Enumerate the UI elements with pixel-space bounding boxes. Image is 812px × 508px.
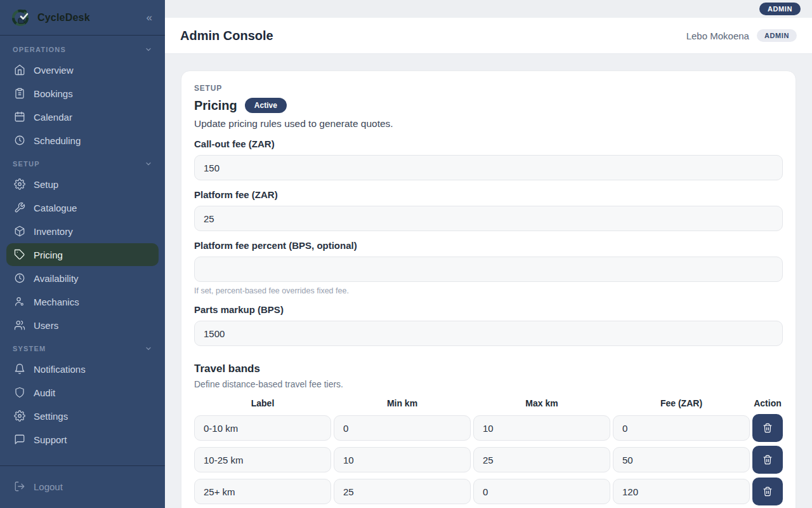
band-min-input[interactable] [334,447,471,472]
logout-button[interactable]: Logout [6,475,159,498]
band-fee-input[interactable] [613,415,750,441]
nav-label: Calendar [34,112,72,123]
sidebar: CycleDesk « OPERATIONS Overview Bookings… [0,0,165,508]
column-header-fee: Fee (ZAR) [613,398,750,410]
trash-icon [763,455,773,465]
nav-label: Audit [34,387,55,398]
nav-label: Mechanics [34,297,79,307]
band-label-input[interactable] [194,415,331,441]
nav-label: Bookings [34,88,73,99]
gear-icon [14,178,25,190]
page-title: Admin Console [180,29,273,43]
trash-icon [763,486,773,497]
sidebar-item-inventory[interactable]: Inventory [6,220,159,243]
section-label: OPERATIONS [13,46,66,53]
section-label: SETUP [13,160,40,168]
sidebar-item-overview[interactable]: Overview [6,58,159,81]
user-role-badge: ADMIN [757,29,797,42]
sidebar-item-users[interactable]: Users [6,314,159,337]
delete-band-button[interactable] [752,478,783,505]
section-label: SYSTEM [13,345,46,352]
band-min-input[interactable] [334,415,471,441]
logout-label: Logout [34,481,63,492]
sidebar-brand-row: CycleDesk « [0,0,165,36]
nav-label: Catalogue [34,203,77,213]
travel-bands-table: Label Min km Max km Fee (ZAR) Action [194,398,783,505]
column-header-label: Label [194,398,331,410]
brand-name: CycleDesk [37,12,90,23]
delete-band-button[interactable] [752,446,783,474]
section-header-system[interactable]: SYSTEM [0,337,165,357]
top-strip: ADMIN [165,0,812,18]
card-title: Pricing [194,98,237,113]
chevron-down-icon [145,160,152,168]
band-label-input[interactable] [194,479,331,504]
band-min-input[interactable] [334,479,471,504]
callout-fee-input[interactable] [194,155,783,180]
users-icon [14,319,25,331]
content-area: SETUP Pricing Active Update pricing rule… [165,54,812,508]
pricing-card: SETUP Pricing Active Update pricing rule… [181,70,796,508]
nav-label: Scheduling [34,135,81,146]
home-icon [14,64,25,76]
sidebar-nav: OPERATIONS Overview Bookings Calendar Sc… [0,36,165,465]
mechanic-user-icon [14,296,25,307]
clock-icon [14,272,25,284]
status-badge: Active [245,98,287,113]
sidebar-collapse-button[interactable]: « [144,10,155,25]
sidebar-item-support[interactable]: Support [6,428,159,451]
nav-label: Inventory [34,226,73,237]
delete-band-button[interactable] [752,414,783,442]
page-header: Admin Console Lebo Mokoena ADMIN [165,18,812,54]
nav-label: Users [34,320,58,331]
shield-icon [14,387,25,398]
travel-bands-title: Travel bands [194,363,783,375]
band-fee-input[interactable] [613,447,750,472]
section-header-operations[interactable]: OPERATIONS [0,38,165,58]
platform-fee-percent-label: Platform fee percent (BPS, optional) [194,240,783,251]
platform-fee-input[interactable] [194,206,783,231]
sidebar-footer: Logout [0,465,165,508]
nav-label: Overview [34,65,74,76]
column-header-max-km: Max km [473,398,610,410]
main-area: ADMIN Admin Console Lebo Mokoena ADMIN S… [165,0,812,508]
chevron-down-icon [145,345,152,352]
sidebar-item-setup[interactable]: Setup [6,173,159,196]
sidebar-item-settings[interactable]: Settings [6,404,159,427]
platform-fee-percent-input[interactable] [194,257,783,282]
callout-fee-label: Call-out fee (ZAR) [194,138,783,149]
nav-label: Availability [34,273,79,284]
parts-markup-label: Parts markup (BPS) [194,304,783,315]
admin-role-badge-top: ADMIN [759,3,801,15]
sidebar-item-notifications[interactable]: Notifications [6,358,159,380]
nav-label: Support [34,434,67,445]
sidebar-item-pricing[interactable]: Pricing [6,243,159,266]
sidebar-item-bookings[interactable]: Bookings [6,82,159,105]
box-icon [14,225,25,237]
band-max-input[interactable] [473,479,610,504]
nav-label: Pricing [34,250,63,260]
clock-icon [14,135,25,146]
band-max-input[interactable] [473,447,610,472]
sidebar-item-calendar[interactable]: Calendar [6,105,159,128]
sidebar-item-audit[interactable]: Audit [6,381,159,404]
calendar-icon [14,111,25,123]
section-header-setup[interactable]: SETUP [0,152,165,172]
nav-label: Settings [34,411,68,422]
parts-markup-input[interactable] [194,321,783,346]
band-max-input[interactable] [473,415,610,441]
chevron-down-icon [145,46,152,53]
user-name: Lebo Mokoena [686,30,749,41]
sidebar-item-availability[interactable]: Availability [6,267,159,290]
band-fee-input[interactable] [613,479,750,504]
gear-icon [14,410,25,422]
column-header-min-km: Min km [334,398,471,410]
sidebar-item-scheduling[interactable]: Scheduling [6,129,159,152]
band-label-input[interactable] [194,447,331,472]
platform-fee-label: Platform fee (ZAR) [194,189,783,200]
column-header-action: Action [752,398,783,410]
sidebar-item-catalogue[interactable]: Catalogue [6,196,159,219]
sidebar-item-mechanics[interactable]: Mechanics [6,290,159,313]
platform-fee-percent-helper: If set, percent-based fee overrides fixe… [194,286,783,295]
clipboard-icon [14,88,25,99]
